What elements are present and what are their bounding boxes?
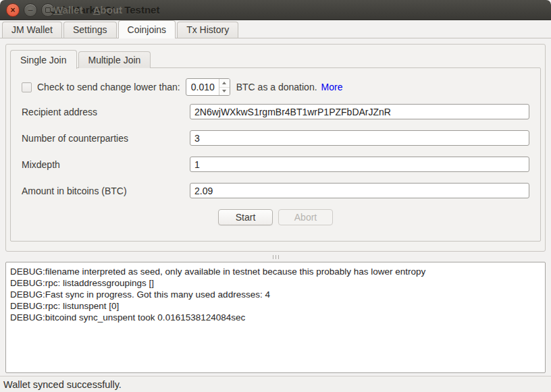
spin-down-icon [222,90,226,92]
tab-tx-history[interactable]: Tx History [177,22,238,38]
spin-up-icon [222,82,226,84]
status-text: Wallet synced successfully. [3,379,122,390]
donation-amount-spinbox [186,78,230,96]
donation-row: Check to send change lower than: BTC as … [22,78,529,96]
tab-coinjoins[interactable]: Coinjoins [118,20,176,38]
donation-more-link[interactable]: More [321,82,343,92]
menu-wallet[interactable]: Wallet [53,0,83,20]
log-line: DEBUG:rpc: listunspent [0] [10,300,541,312]
counterparties-input[interactable] [190,130,529,146]
menubar: Wallet About [53,0,122,20]
menu-about[interactable]: About [93,0,122,20]
titlebar[interactable]: × – JoinMarketQt - Testnet Wallet About [0,0,551,20]
coinjoins-page: Single Join Multiple Join Check to send … [0,38,551,373]
amount-label: Amount in bitcoins (BTC) [22,186,190,196]
spin-buttons [219,79,230,95]
spin-down-button[interactable] [219,87,230,96]
recipient-address-input[interactable] [190,104,529,119]
spin-up-button[interactable] [219,79,230,87]
log-line: DEBUG:filename interpreted as seed, only… [10,266,541,277]
log-line: DEBUG:bitcoind sync_unspent took 0.01615… [10,312,541,323]
amount-row: Amount in bitcoins (BTC) [22,183,529,198]
statusbar: Wallet synced successfully. [0,376,551,392]
tab-settings[interactable]: Settings [63,22,117,38]
single-join-panel: Check to send change lower than: BTC as … [10,67,541,242]
counterparties-row: Number of counterparties [22,130,529,146]
recipient-address-row: Recipient address [22,104,529,119]
joinmarket-window: × – JoinMarketQt - Testnet Wallet About … [0,0,551,392]
splitter-handle[interactable] [5,252,546,262]
amount-input[interactable] [190,183,529,198]
mixdepth-row: Mixdepth [22,157,529,172]
log-line: DEBUG:Fast sync in progress. Got this ma… [10,289,541,300]
donation-suffix-label: BTC as a donation. [236,82,317,92]
counterparties-label: Number of counterparties [22,133,190,144]
close-window-icon[interactable]: × [6,3,20,17]
start-button[interactable]: Start [218,209,273,225]
maximize-square-icon [45,7,51,13]
donation-checkbox[interactable] [22,82,32,92]
action-buttons: Start Abort [22,209,529,225]
mixdepth-label: Mixdepth [22,159,190,170]
tab-multiple-join[interactable]: Multiple Join [78,51,151,68]
main-tabbar: JM Wallet Settings Coinjoins Tx History [0,20,551,38]
tab-jm-wallet[interactable]: JM Wallet [2,22,62,38]
donation-amount-input[interactable] [186,79,219,95]
window-controls: × – [6,3,55,17]
abort-button[interactable]: Abort [278,209,333,225]
tab-single-join[interactable]: Single Join [10,50,77,69]
recipient-address-label: Recipient address [22,107,190,117]
join-mode-tabbar: Single Join Multiple Join [10,50,545,68]
minimize-window-icon[interactable]: – [24,3,37,17]
debug-log[interactable]: DEBUG:filename interpreted as seed, only… [5,262,546,373]
donation-checkbox-label: Check to send change lower than: [37,82,180,92]
coinjoin-groupbox: Single Join Multiple Join Check to send … [5,44,546,252]
log-line: DEBUG:rpc: listaddressgroupings [] [10,277,541,289]
mixdepth-input[interactable] [190,157,529,172]
